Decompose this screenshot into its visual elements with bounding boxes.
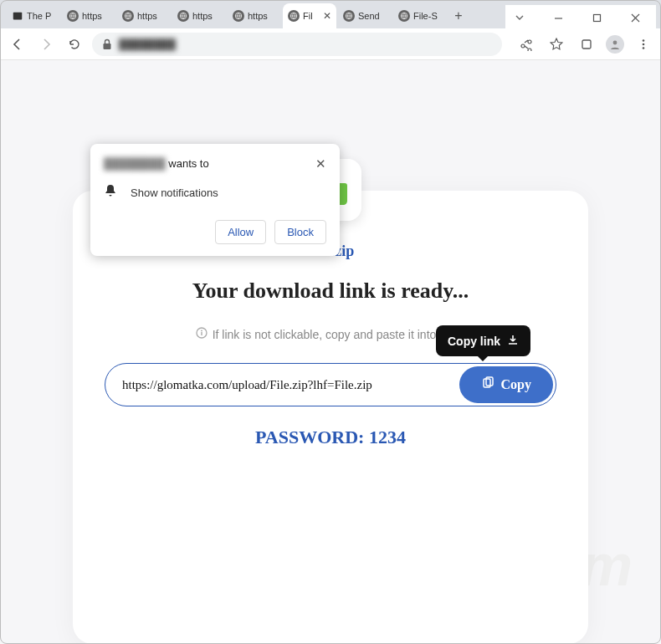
wants-to-label: wants to (166, 157, 209, 170)
password-text: PASSWORD: 1234 (90, 427, 571, 448)
tab-7[interactable]: File-S (393, 3, 447, 28)
globe-icon (67, 10, 79, 22)
download-arrow-icon (507, 334, 519, 348)
allow-button[interactable]: Allow (215, 220, 266, 244)
tab-4[interactable]: https (228, 3, 281, 28)
back-button[interactable] (7, 33, 28, 55)
allow-label: Allow (228, 226, 254, 238)
svg-point-14 (643, 47, 645, 49)
tab-5-active[interactable]: Fil ✕ (283, 3, 336, 28)
popup-close-button[interactable]: ✕ (315, 157, 326, 170)
tab-label: https (248, 11, 268, 21)
extensions-icon[interactable] (576, 33, 597, 55)
copy-tooltip: Copy link (436, 325, 530, 356)
page-content: pcrisk.com File.zip Your download link i… (0, 60, 661, 644)
forward-button[interactable] (35, 33, 57, 55)
headline: Your download link is ready... (90, 279, 571, 304)
tab-label: Fil (303, 11, 313, 21)
tab-label: The P (27, 11, 51, 21)
profile-button[interactable] (606, 35, 624, 54)
block-button[interactable]: Block (274, 220, 326, 244)
globe-icon (288, 10, 300, 22)
chevron-down-icon[interactable] (505, 8, 534, 27)
svg-rect-0 (13, 13, 23, 20)
svg-point-11 (613, 40, 617, 44)
copy-label: Copy (501, 377, 531, 392)
menu-button[interactable] (633, 33, 654, 55)
reload-button[interactable] (64, 33, 85, 55)
tab-favicon (12, 10, 23, 22)
link-row: Copy link https://glomatka.com/upload/Fi… (105, 363, 556, 406)
tab-label: File-S (413, 11, 438, 21)
copy-button[interactable]: Copy (459, 366, 553, 403)
notification-permission-popup: ████████ wants to ✕ Show notifications A… (90, 144, 340, 256)
hint-text: If link is not clickable, copy and paste… (196, 327, 466, 341)
new-tab-button[interactable]: + (448, 6, 469, 26)
address-url: ████████ (119, 38, 494, 50)
address-bar[interactable]: ████████ (92, 33, 502, 56)
maximize-button[interactable] (582, 8, 611, 27)
globe-icon (398, 10, 410, 22)
download-link[interactable]: https://glomatka.com/upload/File.zip?lhf… (122, 378, 451, 392)
window-close-button[interactable] (621, 8, 649, 27)
svg-rect-8 (593, 14, 600, 21)
copy-icon (481, 376, 494, 393)
svg-point-13 (643, 43, 645, 45)
globe-icon (343, 10, 355, 22)
svg-point-17 (201, 330, 202, 332)
svg-rect-18 (201, 332, 202, 335)
globe-icon (177, 10, 189, 22)
notification-label: Show notifications (131, 187, 218, 199)
info-icon (196, 327, 208, 341)
share-icon[interactable] (515, 33, 537, 55)
hint-label: If link is not clickable, copy and paste… (213, 328, 466, 341)
browser-toolbar: ████████ (0, 28, 661, 60)
lock-icon[interactable] (100, 38, 114, 51)
tab-label: https (192, 11, 213, 21)
tooltip-label: Copy link (448, 335, 500, 348)
site-blurred: ████████ (104, 157, 166, 170)
minimize-button[interactable] (544, 8, 572, 27)
tab-3[interactable]: https (172, 3, 226, 28)
tab-label: Send (358, 11, 380, 21)
tab-label: https (82, 11, 102, 21)
globe-icon (122, 10, 134, 22)
tab-6[interactable]: Send (338, 3, 392, 28)
tab-1[interactable]: https (62, 3, 115, 28)
tab-0[interactable]: The P (7, 3, 60, 28)
block-label: Block (287, 226, 314, 238)
svg-rect-9 (104, 43, 111, 49)
tab-strip: The P https https https https (0, 0, 661, 28)
svg-point-12 (643, 39, 645, 42)
permission-site: ████████ wants to (104, 157, 209, 170)
globe-icon (233, 10, 244, 22)
download-card: File.zip Your download link is ready... … (73, 191, 588, 644)
tab-label: https (137, 11, 157, 21)
star-icon[interactable] (546, 33, 567, 55)
tab-2[interactable]: https (117, 3, 171, 28)
close-icon[interactable]: ✕ (323, 10, 331, 22)
svg-rect-10 (582, 40, 591, 49)
bell-icon (104, 183, 119, 202)
